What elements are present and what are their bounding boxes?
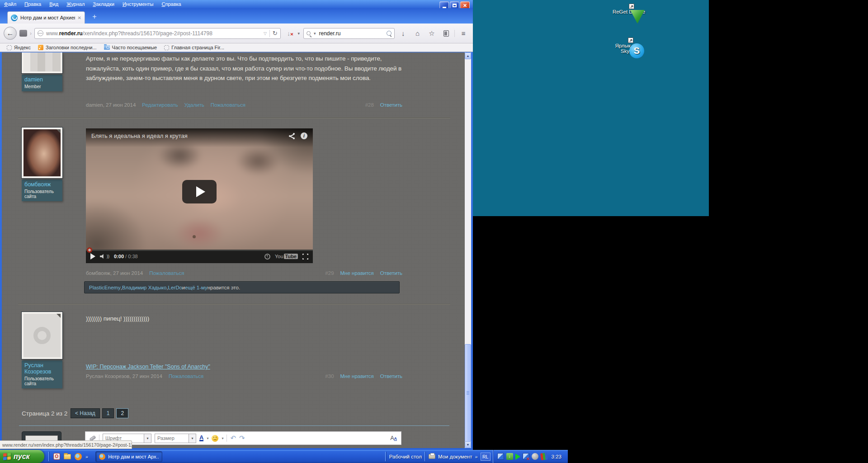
- menu-tools[interactable]: Инструменты: [123, 1, 154, 7]
- share-icon[interactable]: [289, 133, 295, 139]
- recent-pages-icon[interactable]: [19, 30, 27, 37]
- smiley-icon[interactable]: [212, 435, 218, 442]
- audio-icon[interactable]: [532, 453, 538, 460]
- reply-link[interactable]: Ответить: [380, 102, 402, 108]
- bookmarks-panel-button[interactable]: [440, 28, 452, 39]
- progress-bar[interactable]: [86, 250, 313, 251]
- toolbar-handle[interactable]: [385, 452, 387, 461]
- liker-link[interactable]: PlasticEnemy: [89, 285, 121, 290]
- page-1-button[interactable]: 1: [102, 408, 114, 418]
- report-link[interactable]: Пожаловаться: [169, 373, 203, 379]
- desktop-toolbar-label[interactable]: Рабочий стол: [389, 454, 422, 459]
- page-2-button[interactable]: 2: [116, 408, 128, 418]
- scroll-down-arrow[interactable]: ▼: [465, 441, 471, 448]
- menu-help[interactable]: Справка: [162, 1, 181, 7]
- smiley-dropdown-icon[interactable]: ▾: [222, 436, 223, 440]
- reply-link[interactable]: Ответить: [380, 270, 402, 276]
- bookmark-latest-headlines[interactable]: Заголовки последни...: [35, 45, 100, 50]
- video-play-icon[interactable]: [90, 253, 95, 260]
- post-number-link[interactable]: #28: [365, 102, 374, 108]
- post30-avatar[interactable]: Руслан Козорезов Пользователь сайта: [22, 312, 62, 388]
- task-button-firefox[interactable]: Нотр дам и мост Арх...: [95, 451, 162, 462]
- folder-icon[interactable]: [64, 454, 71, 459]
- volume-icon[interactable]: [100, 254, 105, 259]
- gpu-tray-icon[interactable]: [540, 453, 548, 460]
- desktop-icon-reget[interactable]: ↗ ReGet Deluxe: [604, 9, 654, 14]
- downloads-button[interactable]: ↓: [397, 28, 409, 39]
- bbcode-toggle-icon[interactable]: AA: [390, 435, 397, 441]
- menu-bookmarks[interactable]: Закладки: [93, 1, 114, 7]
- info-icon[interactable]: i: [301, 132, 307, 139]
- desktop-icon-skype[interactable]: S ↗ Ярлык для Skype: [603, 43, 653, 54]
- reply-link[interactable]: Ответить: [380, 373, 402, 379]
- prev-page-button[interactable]: < Назад: [71, 408, 100, 418]
- bookmark-star-button[interactable]: ☆: [426, 28, 438, 39]
- search-engine-dropdown-icon[interactable]: ▾: [313, 31, 317, 36]
- redo-icon[interactable]: ↷: [239, 434, 245, 442]
- toolbar-overflow-chevron[interactable]: »: [475, 454, 477, 459]
- scroll-up-arrow[interactable]: ▲: [465, 52, 471, 59]
- toolbar-handle[interactable]: [48, 452, 50, 461]
- menu-file[interactable]: Файл: [4, 1, 16, 7]
- network-icon[interactable]: [497, 453, 504, 460]
- documents-toolbar-label[interactable]: Мои документ: [438, 454, 472, 459]
- tab-close-icon[interactable]: ✕: [78, 15, 81, 20]
- scrollbar[interactable]: ▲ ▼: [465, 52, 471, 448]
- delete-link[interactable]: Удалить: [184, 102, 204, 108]
- post28-avatar[interactable]: damien Member: [22, 52, 62, 91]
- update-icon[interactable]: ↓: [506, 453, 513, 460]
- network-error-icon[interactable]: [523, 453, 529, 460]
- username-link[interactable]: бомбвояж: [24, 181, 60, 188]
- size-select[interactable]: Размер▾: [155, 434, 196, 443]
- like-link[interactable]: Мне нравится: [340, 373, 374, 379]
- back-button[interactable]: ←: [4, 27, 17, 40]
- download-dropdown-icon[interactable]: ▾: [297, 31, 301, 36]
- video-title-link[interactable]: Блять я идеальна я идеал я крутая: [91, 132, 283, 139]
- play-tray-icon[interactable]: [515, 454, 520, 460]
- watch-later-icon[interactable]: [264, 254, 270, 260]
- post-number-link[interactable]: #30: [325, 373, 334, 379]
- youtube-logo[interactable]: YouTube: [275, 254, 298, 259]
- new-tab-button[interactable]: +: [89, 12, 100, 22]
- bookmark-most-visited[interactable]: Часто посещаемые: [101, 45, 160, 50]
- menu-edit[interactable]: Правка: [24, 1, 41, 7]
- text-color-dropdown-icon[interactable]: ▾: [207, 436, 208, 440]
- scroll-thumb[interactable]: [465, 344, 471, 442]
- url-dropdown-icon[interactable]: ▽: [264, 31, 267, 36]
- search-bar[interactable]: ▾ render.ru: [303, 28, 395, 39]
- firefox-icon[interactable]: [75, 453, 82, 460]
- home-button[interactable]: ⌂: [412, 28, 424, 39]
- wip-thread-link[interactable]: WIP: Персонаж Jackson Teller "Sons of An…: [86, 364, 210, 370]
- username-link[interactable]: damien: [24, 76, 60, 83]
- text-color-icon[interactable]: A: [199, 435, 203, 441]
- menu-view[interactable]: Вид: [49, 1, 58, 7]
- taskbar-clock[interactable]: 3:23: [550, 454, 566, 459]
- download-failed-button[interactable]: ↓: [283, 28, 294, 39]
- youtube-player[interactable]: Блять я идеальна я идеал я крутая i )) 0…: [86, 128, 313, 263]
- report-link[interactable]: Пожаловаться: [149, 270, 184, 276]
- reload-icon[interactable]: ↻: [273, 30, 278, 37]
- toolbar-handle[interactable]: [425, 452, 426, 461]
- scrubber-handle[interactable]: [87, 247, 92, 253]
- username-link[interactable]: Руслан Козорезов: [24, 362, 60, 375]
- opera-icon[interactable]: O: [53, 453, 60, 460]
- hamburger-menu-button[interactable]: ≡: [458, 28, 469, 39]
- tab-active[interactable]: Нотр дам и мост Архиепарх... ✕: [7, 11, 85, 24]
- bookmark-yandex[interactable]: Яндекс: [4, 45, 34, 50]
- quick-launch-overflow-chevron[interactable]: »: [85, 454, 88, 459]
- start-button[interactable]: пуск: [0, 450, 44, 463]
- more-likers-link[interactable]: ещё 1-му: [185, 285, 207, 290]
- liker-link[interactable]: LerDo: [168, 285, 182, 290]
- post-number-link[interactable]: #29: [325, 270, 334, 276]
- url-bar[interactable]: www.render.ru/xen/index.php?threads/1561…: [34, 28, 281, 39]
- liker-link[interactable]: Владимир Хадыко: [122, 285, 166, 290]
- fullscreen-icon[interactable]: [302, 254, 308, 260]
- edit-link[interactable]: Редактировать: [142, 102, 178, 108]
- like-link[interactable]: Мне нравится: [340, 270, 374, 276]
- undo-icon[interactable]: ↶: [230, 434, 236, 442]
- play-button-overlay[interactable]: [182, 180, 217, 203]
- report-link[interactable]: Пожаловаться: [211, 102, 245, 108]
- bookmark-firefox-home[interactable]: Главная страница Fir...: [161, 45, 227, 50]
- post29-avatar[interactable]: бомбвояж Пользователь сайта: [22, 128, 62, 201]
- language-indicator[interactable]: RL: [481, 453, 491, 461]
